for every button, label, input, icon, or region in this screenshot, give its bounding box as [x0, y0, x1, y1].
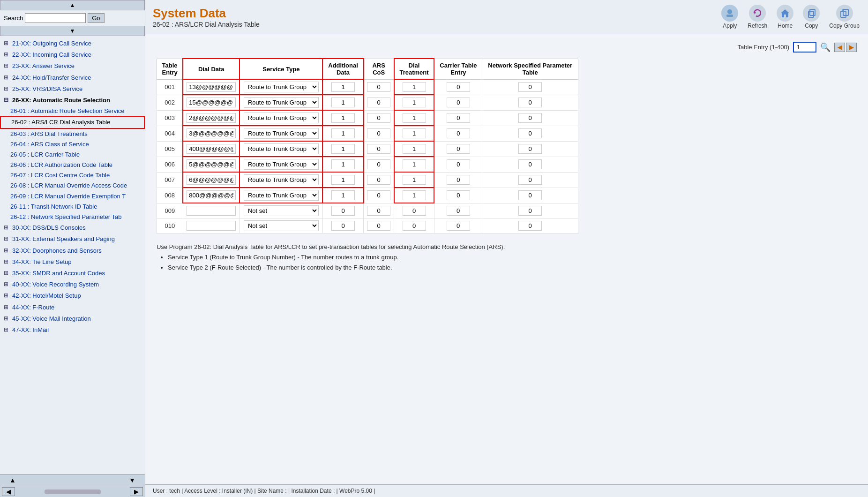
input-carrier-table-008[interactable] [447, 190, 470, 200]
sidebar-item-47xx[interactable]: ⊞ 47-XX: InMail [0, 324, 145, 336]
input-carrier-table-007[interactable] [447, 175, 470, 185]
sidebar-subitem-26-02[interactable]: 26-02 : ARS/LCR Dial Analysis Table [0, 116, 145, 128]
sidebar-subitem-26-12[interactable]: 26-12 : Network Specified Parameter Tab [0, 212, 145, 222]
input-network-specified-007[interactable] [518, 175, 542, 185]
sidebar-subitem-26-06[interactable]: 26-06 : LCR Authorization Code Table [0, 160, 145, 170]
sidebar-subitem-26-05[interactable]: 26-05 : LCR Carrier Table [0, 150, 145, 160]
select-service-type-009[interactable]: Route to Trunk Group Not set F-Route Sel… [244, 205, 319, 216]
sidebar-item-44xx[interactable]: ⊞ 44-XX: F-Route [0, 302, 145, 313]
input-ars-cos-001[interactable] [367, 82, 390, 92]
table-nav-left[interactable]: ◀ [834, 43, 845, 52]
sidebar-item-30xx[interactable]: ⊞ 30-XX: DSS/DLS Consoles [0, 222, 145, 233]
input-dial-data-001[interactable] [187, 82, 236, 92]
input-dial-treatment-006[interactable] [403, 159, 426, 169]
input-dial-treatment-002[interactable] [403, 98, 426, 107]
input-ars-cos-009[interactable] [367, 206, 390, 216]
sidebar-item-23xx[interactable]: ⊞ 23-XX: Answer Service [0, 60, 145, 72]
table-entry-input[interactable] [793, 42, 816, 53]
refresh-button[interactable]: Refresh [747, 4, 768, 30]
input-dial-data-009[interactable] [187, 206, 236, 216]
sidebar-item-40xx[interactable]: ⊞ 40-XX: Voice Recording System [0, 279, 145, 290]
input-ars-cos-006[interactable] [367, 159, 390, 169]
sidebar-subitem-26-01[interactable]: 26-01 : Automatic Route Selection Servic… [0, 106, 145, 116]
input-ars-cos-010[interactable] [367, 221, 390, 231]
input-dial-data-007[interactable] [187, 175, 236, 185]
sidebar-item-34xx[interactable]: ⊞ 34-XX: Tie Line Setup [0, 256, 145, 268]
input-dial-data-003[interactable] [187, 113, 236, 123]
input-carrier-table-005[interactable] [447, 144, 470, 154]
select-service-type-003[interactable]: Route to Trunk Group Not set F-Route Sel… [244, 113, 319, 123]
input-carrier-table-010[interactable] [447, 221, 470, 231]
input-network-specified-006[interactable] [518, 159, 542, 169]
home-button[interactable]: Home [776, 4, 794, 30]
input-carrier-table-002[interactable] [447, 98, 470, 107]
select-service-type-001[interactable]: Route to Trunk Group Not set F-Route Sel… [244, 82, 319, 92]
input-dial-treatment-001[interactable] [403, 82, 426, 92]
sidebar-subitem-26-11[interactable]: 26-11 : Transit Network ID Table [0, 202, 145, 212]
input-dial-treatment-003[interactable] [403, 113, 426, 123]
sidebar-scroll-up[interactable]: ▲ [0, 0, 145, 10]
input-additional-data-007[interactable] [331, 175, 355, 185]
sidebar-item-22xx[interactable]: ⊞ 22-XX: Incoming Call Service [0, 49, 145, 60]
search-go-button[interactable]: Go [88, 13, 104, 23]
input-additional-data-009[interactable] [331, 206, 355, 216]
input-additional-data-010[interactable] [331, 221, 355, 231]
sidebar-item-32xx[interactable]: ⊞ 32-XX: Doorphones and Sensors [0, 245, 145, 256]
input-dial-data-008[interactable] [187, 190, 236, 200]
select-service-type-010[interactable]: Route to Trunk Group Not set F-Route Sel… [244, 220, 319, 231]
input-network-specified-003[interactable] [518, 113, 542, 123]
input-dial-treatment-008[interactable] [403, 190, 426, 200]
input-ars-cos-008[interactable] [367, 190, 390, 200]
input-network-specified-004[interactable] [518, 128, 542, 138]
input-dial-treatment-009[interactable] [403, 206, 426, 216]
sidebar-scroll-down-top[interactable]: ▼ [0, 26, 145, 36]
sidebar-item-21xx[interactable]: ⊞ 21-XX: Outgoing Call Service [0, 38, 145, 49]
sidebar-scroll-right-btn[interactable]: ▶ [130, 487, 143, 496]
sidebar-subitem-26-04[interactable]: 26-04 : ARS Class of Service [0, 139, 145, 150]
sidebar-subitem-26-08[interactable]: 26-08 : LCR Manual Override Access Code [0, 181, 145, 191]
sidebar-subitem-26-09[interactable]: 26-09 : LCR Manual Override Exemption T [0, 191, 145, 202]
sidebar-item-25xx[interactable]: ⊞ 25-XX: VRS/DISA Service [0, 83, 145, 95]
sidebar-item-26xx[interactable]: ⊟ 26-XX: Automatic Route Selection [0, 95, 145, 106]
sidebar-scroll-up-btn[interactable]: ▲ [0, 474, 25, 486]
input-network-specified-002[interactable] [518, 98, 542, 107]
sidebar-scroll-left-btn[interactable]: ◀ [2, 487, 15, 496]
sidebar-item-42xx[interactable]: ⊞ 42-XX: Hotel/Motel Setup [0, 290, 145, 301]
select-service-type-002[interactable]: Route to Trunk Group Not set F-Route Sel… [244, 97, 319, 108]
input-additional-data-005[interactable] [331, 144, 355, 154]
input-dial-treatment-004[interactable] [403, 128, 426, 138]
sidebar-item-24xx[interactable]: ⊞ 24-XX: Hold/Transfer Service [0, 72, 145, 83]
input-dial-data-005[interactable] [187, 144, 236, 154]
sidebar-item-45xx[interactable]: ⊞ 45-XX: Voice Mail Integration [0, 313, 145, 324]
sidebar-subitem-26-07[interactable]: 26-07 : LCR Cost Centre Code Table [0, 170, 145, 181]
apply-button[interactable]: Apply [720, 4, 739, 30]
input-dial-data-004[interactable] [187, 128, 236, 138]
input-ars-cos-002[interactable] [367, 98, 390, 107]
sidebar-scroll-down-btn[interactable]: ▼ [120, 474, 145, 486]
select-service-type-006[interactable]: Route to Trunk Group Not set F-Route Sel… [244, 159, 319, 170]
sidebar-subitem-26-03[interactable]: 26-03 : ARS Dial Treatments [0, 129, 145, 139]
select-service-type-005[interactable]: Route to Trunk Group Not set F-Route Sel… [244, 143, 319, 154]
input-dial-treatment-007[interactable] [403, 175, 426, 185]
select-service-type-007[interactable]: Route to Trunk Group Not set F-Route Sel… [244, 174, 319, 185]
input-dial-treatment-010[interactable] [403, 221, 426, 231]
input-network-specified-009[interactable] [518, 206, 542, 216]
input-network-specified-010[interactable] [518, 221, 542, 231]
input-dial-treatment-005[interactable] [403, 144, 426, 154]
input-additional-data-008[interactable] [331, 190, 355, 200]
input-ars-cos-007[interactable] [367, 175, 390, 185]
sidebar-item-35xx[interactable]: ⊞ 35-XX: SMDR and Account Codes [0, 268, 145, 279]
input-ars-cos-004[interactable] [367, 128, 390, 138]
input-dial-data-010[interactable] [187, 221, 236, 231]
input-additional-data-002[interactable] [331, 98, 355, 107]
select-service-type-008[interactable]: Route to Trunk Group Not set F-Route Sel… [244, 190, 319, 201]
copy-group-button[interactable]: Copy Group [828, 4, 861, 30]
copy-button[interactable]: Copy [802, 4, 821, 30]
input-carrier-table-006[interactable] [447, 159, 470, 169]
table-nav-right[interactable]: ▶ [846, 43, 857, 52]
input-ars-cos-003[interactable] [367, 113, 390, 123]
input-carrier-table-001[interactable] [447, 82, 470, 92]
input-network-specified-005[interactable] [518, 144, 542, 154]
input-carrier-table-003[interactable] [447, 113, 470, 123]
input-carrier-table-009[interactable] [447, 206, 470, 216]
